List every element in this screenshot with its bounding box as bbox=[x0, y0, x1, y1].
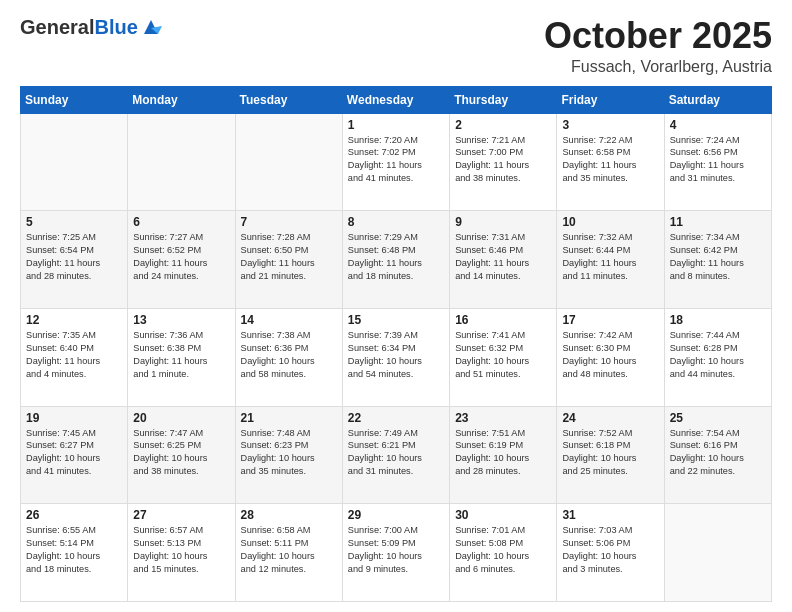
calendar-subtitle: Fussach, Vorarlberg, Austria bbox=[544, 58, 772, 76]
day-info: Sunrise: 7:22 AMSunset: 6:58 PMDaylight:… bbox=[562, 134, 658, 186]
calendar-cell bbox=[664, 504, 771, 602]
calendar-cell: 10Sunrise: 7:32 AMSunset: 6:44 PMDayligh… bbox=[557, 211, 664, 309]
day-info: Sunrise: 7:20 AMSunset: 7:02 PMDaylight:… bbox=[348, 134, 444, 186]
col-tuesday: Tuesday bbox=[235, 86, 342, 113]
day-number: 26 bbox=[26, 508, 122, 522]
title-block: October 2025 Fussach, Vorarlberg, Austri… bbox=[544, 16, 772, 76]
week-row-5: 26Sunrise: 6:55 AMSunset: 5:14 PMDayligh… bbox=[21, 504, 772, 602]
page: GeneralBlue October 2025 Fussach, Vorarl… bbox=[0, 0, 792, 612]
calendar-cell: 28Sunrise: 6:58 AMSunset: 5:11 PMDayligh… bbox=[235, 504, 342, 602]
day-info: Sunrise: 7:51 AMSunset: 6:19 PMDaylight:… bbox=[455, 427, 551, 479]
day-number: 11 bbox=[670, 215, 766, 229]
calendar-cell: 19Sunrise: 7:45 AMSunset: 6:27 PMDayligh… bbox=[21, 406, 128, 504]
day-number: 20 bbox=[133, 411, 229, 425]
calendar-cell bbox=[235, 113, 342, 211]
day-info: Sunrise: 6:57 AMSunset: 5:13 PMDaylight:… bbox=[133, 524, 229, 576]
calendar-cell: 27Sunrise: 6:57 AMSunset: 5:13 PMDayligh… bbox=[128, 504, 235, 602]
calendar-cell: 1Sunrise: 7:20 AMSunset: 7:02 PMDaylight… bbox=[342, 113, 449, 211]
day-number: 8 bbox=[348, 215, 444, 229]
day-number: 6 bbox=[133, 215, 229, 229]
calendar-cell: 31Sunrise: 7:03 AMSunset: 5:06 PMDayligh… bbox=[557, 504, 664, 602]
day-number: 29 bbox=[348, 508, 444, 522]
day-info: Sunrise: 7:48 AMSunset: 6:23 PMDaylight:… bbox=[241, 427, 337, 479]
header: GeneralBlue October 2025 Fussach, Vorarl… bbox=[20, 16, 772, 76]
day-info: Sunrise: 7:47 AMSunset: 6:25 PMDaylight:… bbox=[133, 427, 229, 479]
day-number: 24 bbox=[562, 411, 658, 425]
day-info: Sunrise: 7:21 AMSunset: 7:00 PMDaylight:… bbox=[455, 134, 551, 186]
day-number: 10 bbox=[562, 215, 658, 229]
calendar-cell: 13Sunrise: 7:36 AMSunset: 6:38 PMDayligh… bbox=[128, 308, 235, 406]
calendar-cell: 21Sunrise: 7:48 AMSunset: 6:23 PMDayligh… bbox=[235, 406, 342, 504]
day-info: Sunrise: 7:42 AMSunset: 6:30 PMDaylight:… bbox=[562, 329, 658, 381]
day-info: Sunrise: 7:54 AMSunset: 6:16 PMDaylight:… bbox=[670, 427, 766, 479]
day-info: Sunrise: 7:31 AMSunset: 6:46 PMDaylight:… bbox=[455, 231, 551, 283]
day-number: 23 bbox=[455, 411, 551, 425]
calendar-cell: 15Sunrise: 7:39 AMSunset: 6:34 PMDayligh… bbox=[342, 308, 449, 406]
day-number: 1 bbox=[348, 118, 444, 132]
calendar-cell bbox=[21, 113, 128, 211]
week-row-1: 1Sunrise: 7:20 AMSunset: 7:02 PMDaylight… bbox=[21, 113, 772, 211]
logo: GeneralBlue bbox=[20, 16, 162, 38]
day-info: Sunrise: 7:44 AMSunset: 6:28 PMDaylight:… bbox=[670, 329, 766, 381]
calendar-cell: 18Sunrise: 7:44 AMSunset: 6:28 PMDayligh… bbox=[664, 308, 771, 406]
col-friday: Friday bbox=[557, 86, 664, 113]
calendar-header-row: Sunday Monday Tuesday Wednesday Thursday… bbox=[21, 86, 772, 113]
day-info: Sunrise: 7:27 AMSunset: 6:52 PMDaylight:… bbox=[133, 231, 229, 283]
day-info: Sunrise: 7:34 AMSunset: 6:42 PMDaylight:… bbox=[670, 231, 766, 283]
col-monday: Monday bbox=[128, 86, 235, 113]
day-info: Sunrise: 7:00 AMSunset: 5:09 PMDaylight:… bbox=[348, 524, 444, 576]
day-number: 3 bbox=[562, 118, 658, 132]
day-number: 31 bbox=[562, 508, 658, 522]
day-number: 22 bbox=[348, 411, 444, 425]
day-number: 4 bbox=[670, 118, 766, 132]
day-number: 17 bbox=[562, 313, 658, 327]
calendar-cell: 3Sunrise: 7:22 AMSunset: 6:58 PMDaylight… bbox=[557, 113, 664, 211]
day-number: 2 bbox=[455, 118, 551, 132]
week-row-3: 12Sunrise: 7:35 AMSunset: 6:40 PMDayligh… bbox=[21, 308, 772, 406]
day-info: Sunrise: 6:58 AMSunset: 5:11 PMDaylight:… bbox=[241, 524, 337, 576]
day-number: 5 bbox=[26, 215, 122, 229]
day-number: 13 bbox=[133, 313, 229, 327]
day-number: 30 bbox=[455, 508, 551, 522]
calendar-cell: 12Sunrise: 7:35 AMSunset: 6:40 PMDayligh… bbox=[21, 308, 128, 406]
day-number: 21 bbox=[241, 411, 337, 425]
calendar-cell: 24Sunrise: 7:52 AMSunset: 6:18 PMDayligh… bbox=[557, 406, 664, 504]
col-thursday: Thursday bbox=[450, 86, 557, 113]
day-number: 14 bbox=[241, 313, 337, 327]
day-info: Sunrise: 7:45 AMSunset: 6:27 PMDaylight:… bbox=[26, 427, 122, 479]
day-number: 7 bbox=[241, 215, 337, 229]
day-info: Sunrise: 7:52 AMSunset: 6:18 PMDaylight:… bbox=[562, 427, 658, 479]
calendar-cell: 20Sunrise: 7:47 AMSunset: 6:25 PMDayligh… bbox=[128, 406, 235, 504]
calendar-cell: 11Sunrise: 7:34 AMSunset: 6:42 PMDayligh… bbox=[664, 211, 771, 309]
day-number: 28 bbox=[241, 508, 337, 522]
calendar-cell: 6Sunrise: 7:27 AMSunset: 6:52 PMDaylight… bbox=[128, 211, 235, 309]
calendar-cell: 9Sunrise: 7:31 AMSunset: 6:46 PMDaylight… bbox=[450, 211, 557, 309]
calendar-cell: 22Sunrise: 7:49 AMSunset: 6:21 PMDayligh… bbox=[342, 406, 449, 504]
day-number: 27 bbox=[133, 508, 229, 522]
col-sunday: Sunday bbox=[21, 86, 128, 113]
logo-icon bbox=[140, 16, 162, 38]
calendar-cell: 14Sunrise: 7:38 AMSunset: 6:36 PMDayligh… bbox=[235, 308, 342, 406]
calendar-cell: 17Sunrise: 7:42 AMSunset: 6:30 PMDayligh… bbox=[557, 308, 664, 406]
day-info: Sunrise: 7:32 AMSunset: 6:44 PMDaylight:… bbox=[562, 231, 658, 283]
day-number: 19 bbox=[26, 411, 122, 425]
day-info: Sunrise: 7:35 AMSunset: 6:40 PMDaylight:… bbox=[26, 329, 122, 381]
day-info: Sunrise: 6:55 AMSunset: 5:14 PMDaylight:… bbox=[26, 524, 122, 576]
day-number: 25 bbox=[670, 411, 766, 425]
day-info: Sunrise: 7:29 AMSunset: 6:48 PMDaylight:… bbox=[348, 231, 444, 283]
col-wednesday: Wednesday bbox=[342, 86, 449, 113]
week-row-4: 19Sunrise: 7:45 AMSunset: 6:27 PMDayligh… bbox=[21, 406, 772, 504]
calendar-cell: 7Sunrise: 7:28 AMSunset: 6:50 PMDaylight… bbox=[235, 211, 342, 309]
col-saturday: Saturday bbox=[664, 86, 771, 113]
day-info: Sunrise: 7:36 AMSunset: 6:38 PMDaylight:… bbox=[133, 329, 229, 381]
day-info: Sunrise: 7:49 AMSunset: 6:21 PMDaylight:… bbox=[348, 427, 444, 479]
day-number: 12 bbox=[26, 313, 122, 327]
day-info: Sunrise: 7:01 AMSunset: 5:08 PMDaylight:… bbox=[455, 524, 551, 576]
week-row-2: 5Sunrise: 7:25 AMSunset: 6:54 PMDaylight… bbox=[21, 211, 772, 309]
calendar-cell: 23Sunrise: 7:51 AMSunset: 6:19 PMDayligh… bbox=[450, 406, 557, 504]
day-number: 15 bbox=[348, 313, 444, 327]
calendar-title: October 2025 bbox=[544, 16, 772, 56]
calendar-cell: 8Sunrise: 7:29 AMSunset: 6:48 PMDaylight… bbox=[342, 211, 449, 309]
day-number: 9 bbox=[455, 215, 551, 229]
day-info: Sunrise: 7:39 AMSunset: 6:34 PMDaylight:… bbox=[348, 329, 444, 381]
